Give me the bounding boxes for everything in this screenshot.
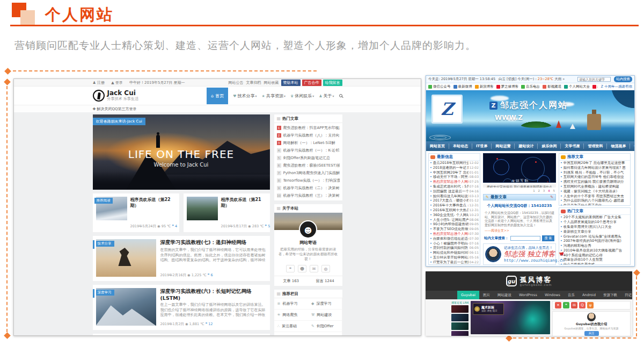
hot-item[interactable]: •40个系统使用的记忆心得: [559, 253, 630, 258]
social-icon[interactable]: ◍: [321, 265, 330, 272]
news-item[interactable]: •别想骗我 这是最后一个中文域名吗04-16: [429, 189, 480, 194]
hot-item[interactable]: •简单告诉你10个人生智慧: [559, 257, 630, 262]
hot-article-item[interactable]: 2 机器学习实战教程（八）：支持向量机原...: [274, 132, 342, 139]
register-link[interactable]: ♟ 注册: [93, 81, 108, 85]
quicklink[interactable]: 友情链接: [592, 84, 598, 89]
social-icon[interactable]: ✉: [571, 302, 577, 308]
news-item[interactable]: •人生小悟5- 让网站用户快速理解你08-06: [429, 218, 480, 222]
quicklink[interactable]: 微信公众号: [428, 84, 451, 89]
hot-item[interactable]: •沟通的精彩电台秀: [559, 243, 630, 248]
nav-item[interactable]: 本站动态: [449, 143, 472, 149]
column-link[interactable]: ≡机器学习: [274, 298, 309, 310]
article-row[interactable]: 技术分享 深度学习实战教程(七)：递归神经网络 在前面的文章中，我们介绍了循环神…: [93, 236, 270, 281]
video-player[interactable]: 友链互動 ◕ 携程 Ctrip: [483, 153, 556, 183]
quicklink[interactable]: 音乐电台: [521, 84, 540, 89]
read-more-link[interactable]: ——阅读全文>>: [483, 228, 556, 233]
nav-item[interactable]: 音乐: [564, 291, 579, 299]
hot-item[interactable]: •什么是终极生产方式: [559, 262, 630, 265]
hot-item[interactable]: •2007年最经典的50句流行语(海外版): [559, 239, 630, 243]
category-badge[interactable]: 深度学习: [96, 290, 114, 296]
recommend-item[interactable]: •人生中的十个不要等 有些东西错过失去: [559, 194, 630, 199]
hot-item[interactable]: •2010年最具创意的10大病毒视频广告: [559, 248, 630, 253]
article-row-ad[interactable]: 广告 多贝云IP代理 超干净 多贝云 多贝云-爬虫界都在用的高品质干净代理IP: [93, 334, 270, 336]
blog-url[interactable]: http://www.zouzhiqiang.cn: [504, 258, 565, 263]
news-item[interactable]: •360企业无忧- 个人网站如何布局10-23: [429, 213, 480, 218]
hot-item[interactable]: •20个不太规矩的案例图标 广告大全集: [559, 215, 630, 220]
nav-item[interactable]: 图片: [479, 291, 494, 299]
anniversary-link[interactable]: Z 十周年—感谢有你: [601, 84, 632, 89]
nav-item[interactable]: 日记: [621, 291, 632, 299]
nav-item[interactable]: WordPress: [515, 291, 541, 299]
nav-item[interactable]: 网站运营: [492, 143, 515, 149]
news-item[interactable]: •移动支付下半场：阿里与腾讯对决08-03: [429, 175, 480, 179]
news-item[interactable]: •2017大盘点：哪些小程序冲击头脑01-12: [429, 198, 480, 203]
hot-item[interactable]: •Gravatar.com 论坛头像"全球通用头: [559, 234, 630, 239]
recommend-item[interactable]: •互联网时代全景概括：建站桥梁构建: [559, 184, 630, 189]
hot-article-item[interactable]: 1 爬虫进阶教程：抖音APP无水印视频批量...: [274, 124, 342, 132]
news-item[interactable]: •2016年十大事件盘点：这一年我们经12-31: [429, 203, 480, 208]
topbar-badge[interactable]: 广告合作: [302, 80, 321, 86]
social-icon[interactable]: ❝: [286, 265, 295, 272]
video-pager[interactable]: 1 2 3 4 5: [483, 189, 556, 192]
nav-item-home[interactable]: ⌂ 首页: [207, 88, 228, 104]
post-thumbnail[interactable]: [451, 322, 469, 330]
column-link[interactable]: ✎剑指Offer: [308, 321, 342, 332]
news-item[interactable]: •热烈庆贺邹志强个人网站建站9周年07-30: [429, 232, 480, 236]
hero-banner[interactable]: 欢迎各路朋友来访-Jack Cui LIFE ON THE FREE Welco…: [93, 114, 270, 190]
news-item[interactable]: •IT宽带为了最后一公里网络帮助人04-22: [429, 260, 480, 265]
featured-title[interactable]: 程序员欢乐送（第22期）: [130, 197, 176, 209]
nav-item[interactable]: ★共享资源▾: [262, 93, 286, 99]
jackcui-logo-icon[interactable]: [93, 90, 105, 102]
nav-item[interactable]: 作品案例: [630, 143, 635, 149]
article-title[interactable]: 深度学习实战教程(七)：递归神经网络: [160, 239, 267, 246]
hot-item[interactable]: •最新独立文章分享: [559, 229, 630, 234]
hot-article-item[interactable]: 7 Python3网络爬虫快速入门实战解析: [274, 169, 342, 177]
nav-item[interactable]: 网站建设: [494, 291, 515, 299]
recommend-item[interactable]: •视频：爆笑回顾之《十大经典语录》: [559, 189, 630, 194]
article-search-button[interactable]: 搜 索: [542, 235, 555, 241]
article-row[interactable]: 深度学习 深度学习实战教程(六)：长短时记忆网络(LSTM) 在上一篇文章中，我…: [93, 285, 270, 330]
featured-artwork[interactable]: 魔术妖姬炫彩 稀有 限定: [471, 301, 550, 334]
notice-text[interactable]: ✚ 解决关闭QQ第三方登录: [93, 105, 342, 113]
topbar-badge[interactable]: 赞助本站: [281, 80, 301, 86]
social-icon[interactable]: Q: [579, 302, 586, 308]
news-item[interactable]: •如何看待这几年网站设计发展与规划03-13: [429, 194, 480, 199]
hot-item[interactable]: •收集最常用博文(图片)入口大全: [559, 225, 630, 229]
gufeng-logo-mark[interactable]: gu: [506, 276, 517, 286]
article-search-input[interactable]: [510, 236, 540, 241]
news-item[interactable]: •网站优化和外链如何回访5个不规矩06-11: [429, 250, 480, 255]
hot-article-item[interactable]: 3 网络解析（一）：LeNet-5详解: [274, 139, 342, 147]
nav-item[interactable]: 资源下载: [599, 291, 621, 299]
featured-card[interactable]: 推荐阅读 程序员欢乐送（第22期） 2019年5月24日 ◉ 95 ℃ ❞ 4: [93, 193, 179, 232]
search-icon[interactable]: [339, 94, 342, 97]
recommend-item[interactable]: •为什么说职场的八个问题最扎心 越想越: [559, 198, 630, 203]
hot-article-item[interactable]: 5 剑指Offer系列刷题笔记汇总: [274, 154, 342, 162]
nav-item[interactable]: 管理资料: [584, 143, 607, 149]
qq-group-link[interactable]: 个人网站站长交流QQ群：15410235: [483, 203, 556, 209]
featured-title[interactable]: 程序员欢乐送（第21期）: [221, 197, 267, 209]
news-item[interactable]: •中国互联网20年了 您在哪里见证这01-01: [429, 170, 480, 175]
nav-item[interactable]: 网站首页: [426, 143, 449, 149]
hot-article-item[interactable]: 8 Tensorflow实战（一）：打响深度学习的...: [274, 177, 342, 184]
nav-item[interactable]: ♟关于▾: [319, 93, 334, 99]
site-search-input[interactable]: [577, 77, 611, 82]
social-icon[interactable]: ☻: [298, 265, 306, 272]
site-name[interactable]: Jack Cui: [107, 90, 138, 96]
social-icon[interactable]: ✶: [555, 302, 561, 308]
quicklink[interactable]: 个人网站大全: [564, 84, 590, 89]
nav-item[interactable]: IT世界: [472, 143, 492, 149]
recommend-item[interactable]: •中国互联网20年了 您在哪里见证这些事: [559, 161, 630, 166]
post-thumbnail[interactable]: [451, 331, 469, 336]
login-link[interactable]: ▲ 登录: [111, 81, 126, 85]
post-thumbnail[interactable]: [451, 305, 469, 313]
profile-avatar[interactable]: [587, 313, 596, 321]
edit-icon[interactable]: ✎: [550, 195, 553, 199]
hot-item[interactable]: •个人品牌发展规划的10个思考分享: [559, 220, 630, 225]
news-item[interactable]: •90小时内帮你搭建热销的电子商城09-05: [429, 222, 480, 227]
nav-item[interactable]: 娱乐休闲: [538, 143, 561, 149]
news-item[interactable]: •集成正式退出时代：5月1日起停止07-16: [429, 184, 480, 189]
topbar-badge[interactable]: 给我留言: [323, 80, 342, 86]
nav-item[interactable]: Android: [579, 291, 599, 299]
news-item[interactable]: •不要为了SEO优化而做SEO优化09-05: [429, 227, 480, 232]
column-link[interactable]: ∴算法基础: [274, 321, 309, 332]
